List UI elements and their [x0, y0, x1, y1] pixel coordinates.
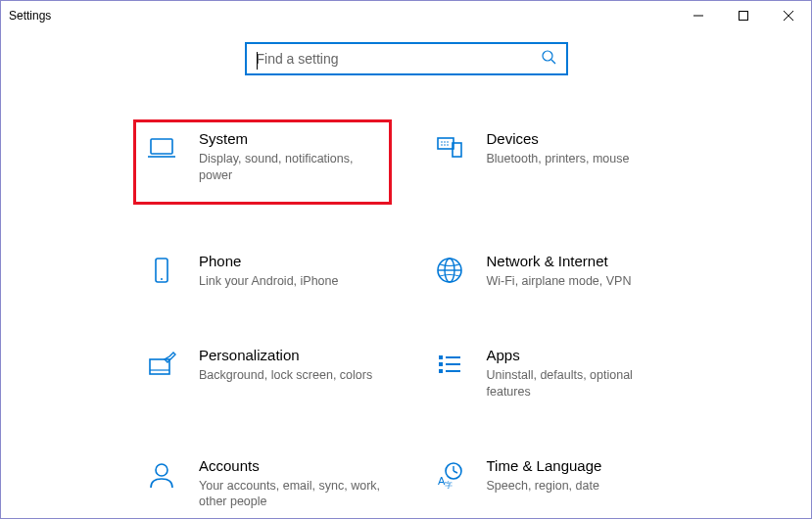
category-title: Time & Language — [487, 457, 671, 474]
category-text: Devices Bluetooth, printers, mouse — [487, 128, 671, 167]
window-title: Settings — [9, 9, 51, 23]
svg-point-4 — [543, 51, 552, 61]
svg-point-15 — [447, 144, 449, 146]
svg-point-29 — [156, 464, 167, 476]
category-phone[interactable]: Phone Link your Android, iPhone — [138, 247, 387, 294]
devices-icon — [430, 128, 469, 167]
laptop-icon — [142, 128, 181, 167]
svg-rect-8 — [438, 138, 454, 149]
search-icon — [541, 49, 556, 69]
category-personalization[interactable]: Personalization Background, lock screen,… — [138, 341, 387, 404]
categories-grid: System Display, sound, notifications, po… — [1, 124, 811, 514]
category-network[interactable]: Network & Internet Wi-Fi, airplane mode,… — [426, 247, 675, 294]
category-text: Network & Internet Wi-Fi, airplane mode,… — [487, 251, 671, 290]
svg-point-12 — [447, 141, 449, 143]
close-icon — [784, 11, 793, 21]
phone-icon — [142, 251, 181, 290]
category-desc: Speech, region, date — [487, 478, 671, 495]
category-desc: Link your Android, iPhone — [199, 273, 383, 290]
text-cursor — [257, 52, 258, 70]
search-box[interactable] — [245, 42, 568, 75]
svg-rect-1 — [740, 12, 748, 21]
svg-rect-25 — [439, 362, 443, 366]
category-title: Accounts — [199, 457, 383, 474]
category-text: Accounts Your accounts, email, sync, wor… — [199, 455, 383, 511]
svg-line-32 — [454, 471, 457, 473]
category-title: Network & Internet — [487, 253, 671, 269]
minimize-button[interactable] — [676, 1, 721, 30]
svg-rect-6 — [151, 139, 172, 154]
category-desc: Your accounts, email, sync, work, other … — [199, 478, 383, 511]
category-devices[interactable]: Devices Bluetooth, printers, mouse — [426, 124, 675, 200]
svg-point-13 — [441, 144, 443, 146]
titlebar: Settings — [1, 1, 811, 30]
svg-line-5 — [551, 60, 555, 64]
time-language-icon: A字 — [430, 455, 469, 495]
category-desc: Wi-Fi, airplane mode, VPN — [487, 273, 671, 290]
globe-icon — [430, 251, 469, 290]
search-input[interactable] — [257, 51, 541, 67]
category-apps[interactable]: Apps Uninstall, defaults, optional featu… — [426, 341, 675, 404]
category-title: Phone — [199, 253, 383, 269]
svg-text:字: 字 — [445, 481, 453, 490]
category-text: Personalization Background, lock screen,… — [199, 345, 383, 384]
category-title: Personalization — [199, 347, 383, 363]
category-desc: Background, lock screen, colors — [199, 367, 383, 384]
category-text: Apps Uninstall, defaults, optional featu… — [487, 345, 671, 401]
category-system[interactable]: System Display, sound, notifications, po… — [133, 119, 392, 205]
category-desc: Bluetooth, printers, mouse — [487, 151, 671, 167]
svg-point-17 — [161, 278, 163, 280]
maximize-button[interactable] — [721, 1, 766, 30]
paintbrush-icon — [142, 345, 181, 384]
category-accounts[interactable]: Accounts Your accounts, email, sync, wor… — [138, 451, 387, 515]
svg-point-11 — [444, 141, 446, 143]
apps-list-icon — [430, 345, 469, 384]
svg-rect-27 — [439, 369, 443, 373]
person-icon — [142, 455, 181, 495]
category-desc: Display, sound, notifications, power — [199, 151, 383, 184]
close-button[interactable] — [766, 1, 811, 30]
category-text: System Display, sound, notifications, po… — [199, 128, 383, 184]
minimize-icon — [693, 11, 703, 21]
category-title: Devices — [487, 130, 671, 147]
svg-point-14 — [444, 144, 446, 146]
svg-rect-23 — [439, 355, 443, 359]
category-text: Phone Link your Android, iPhone — [199, 251, 383, 290]
category-time-language[interactable]: A字 Time & Language Speech, region, date — [426, 451, 675, 515]
category-title: Apps — [487, 347, 671, 363]
category-text: Time & Language Speech, region, date — [487, 455, 671, 495]
maximize-icon — [739, 11, 748, 21]
svg-point-10 — [441, 141, 443, 143]
category-title: System — [199, 130, 383, 147]
search-container — [1, 42, 811, 75]
window-controls — [676, 1, 811, 30]
category-desc: Uninstall, defaults, optional features — [487, 367, 671, 401]
